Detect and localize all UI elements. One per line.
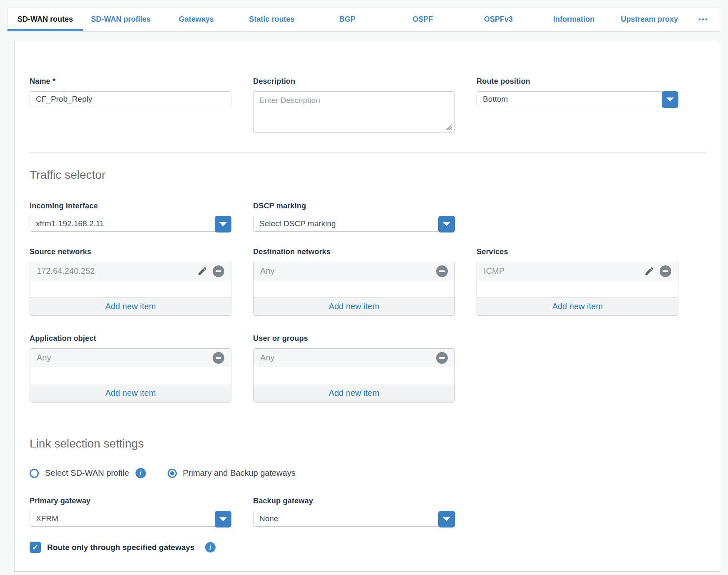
chevron-down-icon[interactable]	[438, 511, 455, 528]
add-new-item-button[interactable]: Add new item	[30, 297, 231, 315]
backup-gateway-value: None	[259, 514, 278, 523]
description-label: Description	[253, 77, 455, 86]
add-new-item-button[interactable]: Add new item	[254, 297, 454, 315]
remove-icon[interactable]	[213, 265, 224, 277]
tab-bar: SD-WAN routes SD-WAN profiles Gateways S…	[7, 7, 720, 32]
traffic-selector-heading: Traffic selector	[30, 168, 705, 182]
name-field-group: Name *	[30, 77, 231, 107]
tab-sdwan-profiles[interactable]: SD-WAN profiles	[83, 8, 158, 31]
incoming-interface-field-group: Incoming interface xfrm1-192.168.2.11	[30, 202, 231, 232]
chevron-down-icon[interactable]	[215, 511, 231, 528]
list-empty-space	[477, 280, 678, 297]
general-fields-row: Name * Description Route position Bottom	[30, 77, 705, 135]
name-input[interactable]	[30, 91, 231, 107]
list-item: Any	[30, 349, 231, 367]
tab-static-routes[interactable]: Static routes	[234, 8, 309, 31]
resize-handle-icon[interactable]	[445, 124, 453, 131]
remove-icon[interactable]	[436, 352, 448, 364]
incoming-interface-value: xfrm1-192.168.2.11	[36, 219, 104, 228]
remove-icon[interactable]	[213, 352, 224, 364]
tab-upstream-proxy[interactable]: Upstream proxy	[612, 8, 687, 31]
sdwan-route-editor-page: SD-WAN routes SD-WAN profiles Gateways S…	[0, 0, 728, 575]
name-label: Name *	[30, 77, 231, 86]
list-item-value: Any	[260, 353, 436, 362]
add-new-item-button[interactable]: Add new item	[254, 384, 454, 402]
backup-gateway-label: Backup gateway	[253, 497, 455, 505]
backup-gateway-field-group: Backup gateway None	[253, 497, 455, 527]
section-divider	[30, 152, 705, 152]
list-empty-space	[30, 367, 231, 384]
link-selection-radio-row: Select SD-WAN profile i Primary and Back…	[30, 468, 705, 478]
application-object-field-group: Application object Any Add new item	[30, 334, 231, 402]
edit-icon[interactable]	[644, 266, 655, 276]
list-item-value: Any	[37, 353, 213, 362]
list-empty-space	[254, 280, 454, 297]
source-networks-box: 172.64.240.252 Add new item	[30, 262, 231, 316]
gateways-row: Primary gateway XFRM Backup gateway None	[30, 497, 705, 527]
dscp-marking-select[interactable]: Select DSCP marking	[253, 216, 455, 232]
incoming-interface-label: Incoming interface	[30, 202, 231, 210]
destination-networks-field-group: Destination networks Any Add new item	[253, 248, 455, 316]
chevron-down-icon[interactable]	[662, 91, 678, 108]
route-only-checkbox-row: ✓ Route only through specified gateways …	[30, 542, 705, 553]
user-or-groups-label: User or groups	[253, 334, 455, 343]
add-new-item-button[interactable]: Add new item	[477, 297, 678, 315]
checkbox-route-only-gateways[interactable]: ✓	[30, 542, 41, 553]
remove-icon[interactable]	[436, 265, 448, 277]
dscp-marking-value: Select DSCP marking	[259, 219, 336, 228]
services-box: ICMP Add new item	[477, 262, 678, 316]
section-divider	[30, 421, 705, 421]
primary-gateway-value: XFRM	[36, 514, 58, 523]
networks-services-row: Source networks 172.64.240.252 Add new i…	[30, 248, 705, 316]
description-textarea[interactable]	[253, 91, 455, 133]
radio-label[interactable]: Select SD-WAN profile	[45, 468, 129, 478]
description-field-group: Description	[253, 77, 455, 135]
route-position-label: Route position	[477, 77, 678, 86]
list-item: 172.64.240.252	[30, 262, 231, 280]
user-or-groups-field-group: User or groups Any Add new item	[253, 334, 455, 402]
tab-gateways[interactable]: Gateways	[158, 8, 234, 31]
source-networks-field-group: Source networks 172.64.240.252 Add new i…	[30, 248, 231, 316]
chevron-down-icon[interactable]	[438, 216, 455, 232]
list-item: Any	[254, 349, 454, 367]
edit-icon[interactable]	[197, 266, 208, 276]
application-object-box: Any Add new item	[30, 348, 231, 402]
list-item-value: Any	[260, 266, 436, 276]
primary-gateway-field-group: Primary gateway XFRM	[30, 497, 231, 527]
tab-ospf[interactable]: OSPF	[385, 8, 461, 31]
tab-ospfv3[interactable]: OSPFv3	[461, 8, 536, 31]
radio-unselected-icon[interactable]	[30, 469, 39, 478]
source-networks-label: Source networks	[30, 248, 231, 256]
dscp-marking-label: DSCP marking	[253, 202, 455, 210]
list-empty-space	[254, 367, 454, 384]
info-icon[interactable]: i	[205, 542, 216, 552]
more-tabs-icon[interactable]: •••	[687, 8, 720, 31]
primary-gateway-select[interactable]: XFRM	[30, 511, 231, 527]
info-icon[interactable]: i	[136, 468, 146, 478]
dscp-marking-field-group: DSCP marking Select DSCP marking	[253, 202, 455, 232]
route-only-checkbox-label[interactable]: Route only through specified gateways	[47, 543, 195, 552]
list-item: ICMP	[477, 262, 678, 280]
list-item-value: ICMP	[484, 266, 644, 276]
destination-networks-box: Any Add new item	[253, 262, 455, 316]
tab-information[interactable]: Information	[536, 8, 612, 31]
incoming-interface-select[interactable]: xfrm1-192.168.2.11	[30, 216, 231, 232]
tab-bgp[interactable]: BGP	[309, 8, 385, 31]
interface-dscp-row: Incoming interface xfrm1-192.168.2.11 DS…	[30, 202, 705, 232]
link-selection-heading: Link selection settings	[30, 437, 705, 450]
check-icon: ✓	[32, 542, 39, 552]
add-new-item-button[interactable]: Add new item	[30, 384, 231, 402]
chevron-down-icon[interactable]	[215, 216, 231, 232]
route-position-select[interactable]: Bottom	[477, 91, 678, 107]
backup-gateway-select[interactable]: None	[253, 511, 455, 527]
remove-icon[interactable]	[660, 265, 671, 277]
radio-select-sdwan-profile[interactable]: Select SD-WAN profile i	[30, 468, 146, 478]
tab-sdwan-routes[interactable]: SD-WAN routes	[8, 8, 83, 31]
route-position-field-group: Route position Bottom	[477, 77, 678, 107]
radio-primary-backup-gateways[interactable]: Primary and Backup gateways	[168, 468, 296, 478]
radio-label[interactable]: Primary and Backup gateways	[183, 468, 296, 478]
route-position-value: Bottom	[483, 95, 508, 104]
list-empty-space	[30, 280, 231, 297]
list-item-value: 172.64.240.252	[37, 266, 197, 276]
radio-selected-icon[interactable]	[168, 469, 177, 478]
